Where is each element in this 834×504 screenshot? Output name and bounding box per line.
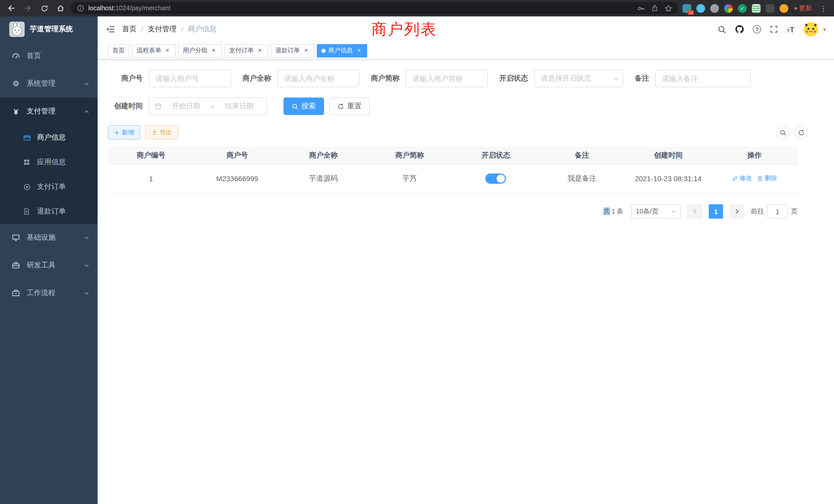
extension-icon[interactable]: 10 <box>682 4 691 13</box>
next-page-button[interactable] <box>729 204 745 219</box>
tag-payment-order[interactable]: 支付订单 × <box>224 44 268 57</box>
annotation-merchant-list: 商户列表 <box>371 21 437 38</box>
browser-home-icon[interactable] <box>54 2 67 14</box>
edit-button[interactable]: 修改 <box>732 174 752 183</box>
page-size-select[interactable]: 10条/页 <box>631 204 681 219</box>
merchant-no-input[interactable] <box>149 70 231 87</box>
toggle-search-button[interactable] <box>776 126 789 139</box>
close-icon[interactable]: × <box>164 47 171 54</box>
browser-back-icon[interactable] <box>5 2 18 14</box>
plus-icon <box>114 130 120 135</box>
extension-icon[interactable] <box>696 4 705 13</box>
filter-label: 备注 <box>635 74 649 83</box>
status-select[interactable]: 请选择开启状态 <box>534 70 623 87</box>
sidebar-subitem-merchant-info[interactable]: 商户信息 <box>0 125 97 150</box>
pagination: 共1条 10条/页 1 前往 页 <box>108 204 797 219</box>
tag-refund-order[interactable]: 退款订单 × <box>271 44 314 57</box>
close-icon[interactable]: × <box>210 47 217 54</box>
url-bar[interactable]: localhost:1024/pay/merchant <box>71 2 678 14</box>
sidebar-toggle-icon[interactable] <box>106 25 115 34</box>
app-logo[interactable]: 芋道管理系统 <box>0 17 97 42</box>
tag-user-group[interactable]: 用户分组 × <box>178 44 222 57</box>
breadcrumb-home[interactable]: 首页 <box>122 25 137 34</box>
filter-merchant-no: 商户号 <box>108 70 231 87</box>
fullscreen-icon[interactable] <box>770 25 778 33</box>
browser-forward-icon[interactable] <box>22 2 34 14</box>
breadcrumb: 首页 / 支付管理 / 商户信息 <box>122 25 217 34</box>
sidebar-subitem-app-info[interactable]: 应用信息 <box>0 150 97 175</box>
sidebar-item-infrastructure[interactable]: 基础设施 <box>0 224 97 251</box>
browser-reload-icon[interactable] <box>38 2 50 14</box>
full-name-input[interactable] <box>277 70 359 87</box>
column-header: 商户全称 <box>280 151 367 160</box>
prev-page-button[interactable] <box>687 204 703 219</box>
status-toggle[interactable] <box>486 173 506 183</box>
avatar-caret-icon[interactable]: ▾ <box>823 26 826 32</box>
sidebar-subitem-refund-order[interactable]: 退款订单 <box>0 199 97 224</box>
merchant-table: 商户编号 商户号 商户全称 商户简称 开启状态 备注 创建时间 操作 1 M23… <box>108 147 797 193</box>
filter-remark: 备注 <box>635 70 751 87</box>
tag-merchant-info-active[interactable]: 商户信息 × <box>317 44 367 57</box>
site-info-icon[interactable] <box>77 5 84 12</box>
chevron-up-icon <box>84 109 89 114</box>
sidebar-subitem-payment-order[interactable]: 支付订单 <box>0 175 97 199</box>
extension-icon[interactable]: ✓ <box>738 4 747 13</box>
github-icon[interactable] <box>735 25 744 34</box>
logo-rabbit-avatar <box>9 22 25 37</box>
export-button[interactable]: 导出 <box>145 125 178 140</box>
refresh-icon <box>798 129 805 136</box>
date-start-input[interactable]: 开始日期 <box>164 101 208 111</box>
reset-button[interactable]: 重置 <box>329 97 370 115</box>
refresh-table-button[interactable] <box>794 126 808 139</box>
date-end-input[interactable]: 结束日期 <box>217 101 261 111</box>
chevron-down-icon <box>613 76 619 81</box>
cell-merchant-no: M233666999 <box>194 174 280 182</box>
password-key-icon[interactable] <box>637 4 645 12</box>
extension-icon[interactable] <box>752 4 761 13</box>
filter-full-name: 商户全称 <box>242 70 359 87</box>
pikachu-avatar-image <box>803 22 818 37</box>
close-icon[interactable]: × <box>303 47 310 54</box>
remark-input[interactable] <box>655 70 751 87</box>
goto-page-input[interactable] <box>767 204 788 219</box>
tag-process-form[interactable]: 流程表单 × <box>132 44 176 57</box>
sidebar-item-payment[interactable]: ¥ 支付管理 <box>0 97 97 125</box>
tag-home[interactable]: 首页 <box>108 44 129 57</box>
chevron-down-icon <box>84 235 89 240</box>
navbar-actions: ? TT ▾ <box>718 22 826 37</box>
short-name-input[interactable] <box>406 70 488 87</box>
header-search-icon[interactable] <box>718 25 726 33</box>
user-avatar[interactable] <box>803 22 818 37</box>
close-icon[interactable]: × <box>256 47 263 54</box>
help-icon[interactable]: ? <box>753 25 761 33</box>
browser-update-button[interactable]: 更新 <box>794 4 812 13</box>
current-page-button[interactable]: 1 <box>709 204 723 219</box>
sidebar-item-home[interactable]: 首页 <box>0 42 97 70</box>
breadcrumb-payment[interactable]: 支付管理 <box>148 25 177 34</box>
bookmark-star-icon[interactable] <box>664 4 672 12</box>
extension-icon[interactable] <box>780 4 788 13</box>
cell-short-name: 芋艿 <box>367 174 453 183</box>
extension-icon[interactable] <box>724 4 733 13</box>
filter-row-1: 商户号 商户全称 商户简称 开启状态 请选择开启状态 <box>108 70 808 87</box>
browser-toolbar: localhost:1024/pay/merchant 10 ✓ 更新 ⋮ <box>0 0 834 17</box>
sidebar-item-dev-tools[interactable]: 研发工具 <box>0 251 97 279</box>
close-icon[interactable]: × <box>355 47 363 54</box>
share-icon[interactable] <box>651 5 658 12</box>
browser-menu-icon[interactable]: ⋮ <box>818 4 829 12</box>
date-range-picker[interactable]: 开始日期 - 结束日期 <box>149 97 267 115</box>
add-button[interactable]: 新增 <box>108 125 140 140</box>
filter-create-time: 创建时间 开始日期 - 结束日期 <box>108 97 267 115</box>
sidebar-item-workflow[interactable]: 工作流程 <box>0 279 97 307</box>
extension-icon[interactable] <box>710 4 719 13</box>
gear-icon: ⚙ <box>11 79 21 88</box>
extension-icon[interactable] <box>766 4 774 13</box>
chevron-down-icon <box>84 81 89 87</box>
page-content: 商户号 商户全称 商户简称 开启状态 请选择开启状态 <box>97 60 808 219</box>
sidebar: 芋道管理系统 首页 ⚙ 系统管理 ¥ 支付管理 商户信息 <box>0 17 97 504</box>
search-button[interactable]: 搜索 <box>284 97 324 115</box>
delete-button[interactable]: 删除 <box>757 174 777 183</box>
download-icon <box>152 129 158 136</box>
sidebar-item-system[interactable]: ⚙ 系统管理 <box>0 70 97 97</box>
font-size-icon[interactable]: TT <box>787 25 794 33</box>
